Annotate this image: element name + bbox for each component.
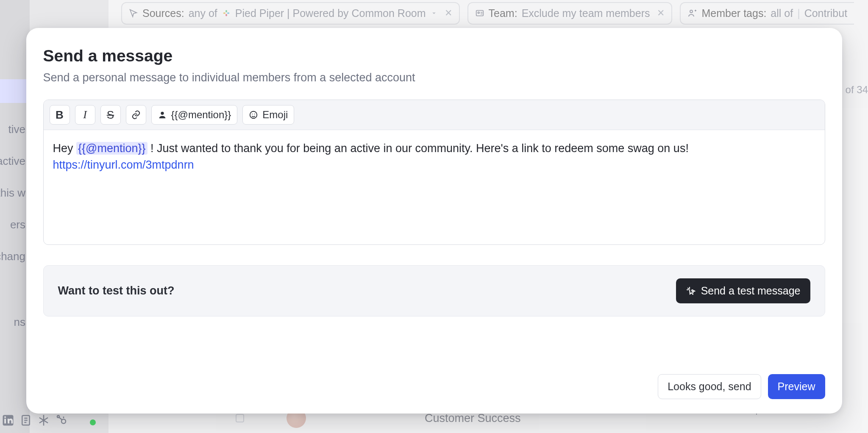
message-editor: B I S {{@mention}} Emoji Hey {{@mention}… <box>43 100 825 245</box>
link-button[interactable] <box>126 105 146 125</box>
person-icon <box>158 110 167 119</box>
send-button-label: Looks good, send <box>668 380 751 393</box>
modal-actions: Looks good, send Preview <box>43 357 825 399</box>
preview-button-label: Preview <box>778 380 815 393</box>
emoji-button-label: Emoji <box>262 109 288 121</box>
test-message-panel: Want to test this out? Send a test messa… <box>43 265 825 316</box>
modal-title: Send a message <box>43 47 825 65</box>
message-text: ! Just wanted to thank you for being an … <box>150 142 689 155</box>
mention-button[interactable]: {{@mention}} <box>151 105 238 125</box>
preview-button[interactable]: Preview <box>768 374 825 399</box>
editor-toolbar: B I S {{@mention}} Emoji <box>44 100 825 130</box>
message-text: Hey <box>53 142 77 155</box>
send-message-modal: Send a message Send a personal message t… <box>26 28 842 414</box>
emoji-button[interactable]: Emoji <box>242 105 294 125</box>
modal-subtitle: Send a personal message to individual me… <box>43 71 825 84</box>
svg-point-15 <box>252 114 253 114</box>
test-prompt: Want to test this out? <box>58 284 175 297</box>
editor-textarea[interactable]: Hey {{@mention}} ! Just wanted to thank … <box>44 130 825 244</box>
link-icon <box>131 110 141 120</box>
mention-token[interactable]: {{@mention}} <box>76 142 147 155</box>
mention-button-label: {{@mention}} <box>171 109 231 121</box>
svg-point-14 <box>250 111 257 119</box>
italic-button[interactable]: I <box>75 105 95 125</box>
send-button[interactable]: Looks good, send <box>658 374 761 399</box>
cursor-click-icon <box>686 286 696 296</box>
send-test-label: Send a test message <box>701 285 801 297</box>
strikethrough-button[interactable]: S <box>100 105 121 125</box>
svg-point-16 <box>254 114 255 114</box>
modal-overlay: Send a message Send a personal message t… <box>0 0 868 433</box>
svg-point-13 <box>161 112 164 115</box>
send-test-message-button[interactable]: Send a test message <box>676 278 810 303</box>
emoji-icon <box>249 110 258 119</box>
bold-button[interactable]: B <box>50 105 70 125</box>
message-link[interactable]: https://tinyurl.com/3mtpdnrn <box>53 158 194 171</box>
